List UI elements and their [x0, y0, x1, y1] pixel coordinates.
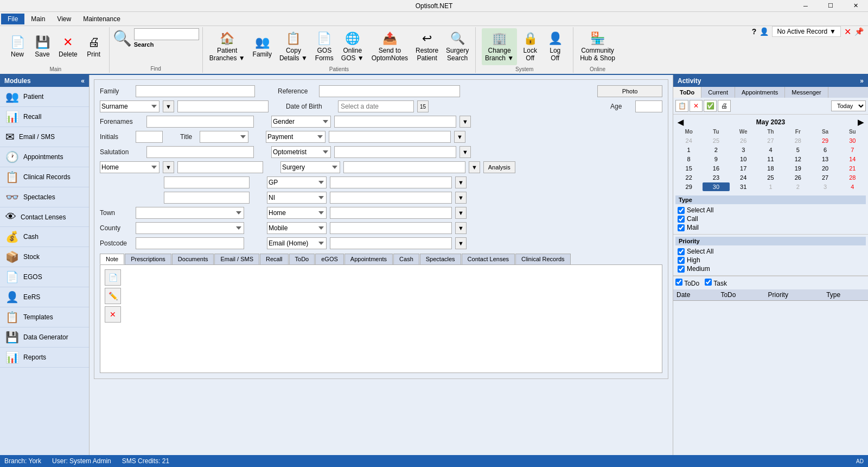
town-select[interactable]: [136, 207, 244, 219]
activity-tab-todo[interactable]: ToDo: [673, 87, 701, 98]
surgery-dropdown[interactable]: ▼: [469, 161, 480, 173]
delete-note-btn[interactable]: ✕: [105, 306, 121, 323]
cal-day[interactable]: 28: [839, 173, 866, 182]
minimize-button[interactable]: ─: [793, 0, 818, 12]
priority-select-all-checkbox[interactable]: [678, 248, 685, 255]
payment-select[interactable]: Payment: [266, 131, 326, 143]
surgery-search-button[interactable]: 🔍 SurgerySearch: [443, 28, 472, 65]
col-date[interactable]: Date: [673, 289, 717, 301]
cal-day[interactable]: 10: [730, 155, 757, 163]
sidebar-item-reports[interactable]: 📊 Reports: [0, 348, 89, 368]
cal-day[interactable]: 19: [784, 164, 811, 173]
cal-day[interactable]: 17: [730, 164, 757, 173]
dob-calendar-btn[interactable]: 15: [417, 100, 429, 112]
optometrist-value-input[interactable]: [334, 146, 456, 158]
cal-day[interactable]: 27: [812, 173, 838, 182]
gos-forms-button[interactable]: 📄 GOSForms: [312, 28, 337, 65]
cal-day[interactable]: 30: [839, 136, 866, 145]
tab-contact-lenses[interactable]: Contact Lenses: [462, 254, 515, 264]
maximize-button[interactable]: ☐: [818, 0, 843, 12]
salutation-input[interactable]: [146, 146, 254, 158]
col-todo[interactable]: ToDo: [717, 289, 764, 301]
sidebar-item-data-generator[interactable]: 💾 Data Generator: [0, 327, 89, 348]
age-input[interactable]: [635, 100, 662, 112]
toolbar-refresh-icon-btn[interactable]: ✅: [704, 100, 717, 112]
menu-file[interactable]: File: [1, 14, 24, 24]
change-branch-button[interactable]: 🏢 ChangeBranch ▼: [482, 28, 517, 65]
cal-day[interactable]: 1: [675, 146, 702, 154]
log-off-button[interactable]: 👤 LogOff: [543, 28, 567, 65]
cal-day[interactable]: 12: [784, 155, 811, 163]
title-select[interactable]: [200, 131, 248, 143]
tab-recall[interactable]: Recall: [260, 254, 289, 264]
cal-day[interactable]: 28: [784, 136, 811, 145]
toolbar-print-icon-btn[interactable]: 🖨: [718, 100, 731, 112]
sidebar-item-email-sms[interactable]: ✉ Email / SMS: [0, 127, 89, 147]
surname-select[interactable]: Surname: [100, 100, 159, 112]
cal-day[interactable]: 15: [675, 164, 702, 173]
send-to-optom-button[interactable]: 📤 Send toOptomNotes: [368, 28, 411, 65]
cal-day[interactable]: 11: [757, 155, 784, 163]
cal-day[interactable]: 16: [703, 164, 729, 173]
payment-dropdown[interactable]: ▼: [454, 131, 465, 143]
cal-day[interactable]: 9: [703, 155, 729, 163]
search-input[interactable]: [134, 28, 199, 40]
lock-button[interactable]: 🔒 LockOff: [518, 28, 542, 65]
tab-egos[interactable]: eGOS: [315, 254, 344, 264]
tab-documents[interactable]: Documents: [172, 254, 214, 264]
forenames-input[interactable]: [146, 116, 254, 128]
no-active-record[interactable]: No Active Record ▼: [772, 26, 841, 37]
cal-day[interactable]: 3: [730, 146, 757, 154]
dob-input[interactable]: [338, 100, 414, 112]
optometrist-select[interactable]: Optometrist: [271, 146, 331, 158]
addr2-input[interactable]: [164, 176, 250, 188]
addr3-input[interactable]: [164, 192, 250, 204]
cal-day[interactable]: 4: [757, 146, 784, 154]
tab-todo[interactable]: ToDo: [289, 254, 315, 264]
mobile-dropdown[interactable]: ▼: [455, 222, 467, 234]
cal-day[interactable]: 24: [730, 173, 757, 182]
mobile-input[interactable]: [330, 222, 452, 234]
home-dropdown[interactable]: ▼: [163, 161, 174, 173]
sidebar-item-clinical-records[interactable]: 📋 Clinical Records: [0, 167, 89, 187]
activity-tab-current[interactable]: Current: [701, 87, 735, 98]
surname-dropdown-btn[interactable]: ▼: [163, 100, 174, 112]
menu-maintenance[interactable]: Maintenance: [78, 14, 126, 24]
task-footer-checkbox[interactable]: [705, 279, 712, 286]
community-hub-button[interactable]: 🏪 CommunityHub & Shop: [577, 28, 618, 65]
tab-note[interactable]: Note: [100, 254, 124, 264]
sidebar-item-patient[interactable]: 👥 Patient: [0, 87, 89, 107]
sidebar-item-eers[interactable]: 👤 EeRS: [0, 287, 89, 307]
home-phone-input[interactable]: [330, 207, 452, 219]
cal-day[interactable]: 31: [730, 182, 757, 191]
cal-day[interactable]: 25: [757, 173, 784, 182]
sidebar-item-contact-lenses[interactable]: 👁 Contact Lenses: [0, 207, 89, 227]
cal-day[interactable]: 3: [812, 182, 838, 191]
activity-tab-appointments[interactable]: Appointments: [735, 87, 785, 98]
sidebar-item-appointments[interactable]: 🕐 Appointments: [0, 147, 89, 167]
postcode-input[interactable]: [136, 237, 244, 249]
ni-select[interactable]: NI: [267, 192, 327, 204]
col-type[interactable]: Type: [823, 289, 868, 301]
tab-clinical-records[interactable]: Clinical Records: [515, 254, 570, 264]
surgery-value-input[interactable]: [343, 161, 465, 173]
priority-high-checkbox[interactable]: [678, 257, 685, 264]
cal-day[interactable]: 29: [812, 136, 838, 145]
online-gos-button[interactable]: 🌐 OnlineGOS ▼: [338, 28, 367, 65]
sidebar-item-templates[interactable]: 📋 Templates: [0, 307, 89, 327]
sidebar-item-cash[interactable]: 💰 Cash: [0, 227, 89, 247]
new-note-btn[interactable]: 📄: [105, 269, 121, 286]
cal-day[interactable]: 26: [784, 173, 811, 182]
sidebar-collapse-icon[interactable]: «: [81, 77, 85, 85]
ni-value-input[interactable]: [330, 192, 452, 204]
print-button[interactable]: 🖨 Print: [82, 28, 106, 65]
cal-day[interactable]: 26: [730, 136, 757, 145]
cal-day[interactable]: 22: [675, 173, 702, 182]
home-phone-select[interactable]: Home: [267, 207, 327, 219]
restore-patient-button[interactable]: ↩ RestorePatient: [412, 28, 442, 65]
edit-note-btn[interactable]: ✏️: [105, 288, 121, 304]
tab-appointments[interactable]: Appointments: [344, 254, 393, 264]
cal-day[interactable]: 18: [757, 164, 784, 173]
cal-day[interactable]: 5: [784, 146, 811, 154]
ni-dropdown[interactable]: ▼: [455, 192, 467, 204]
